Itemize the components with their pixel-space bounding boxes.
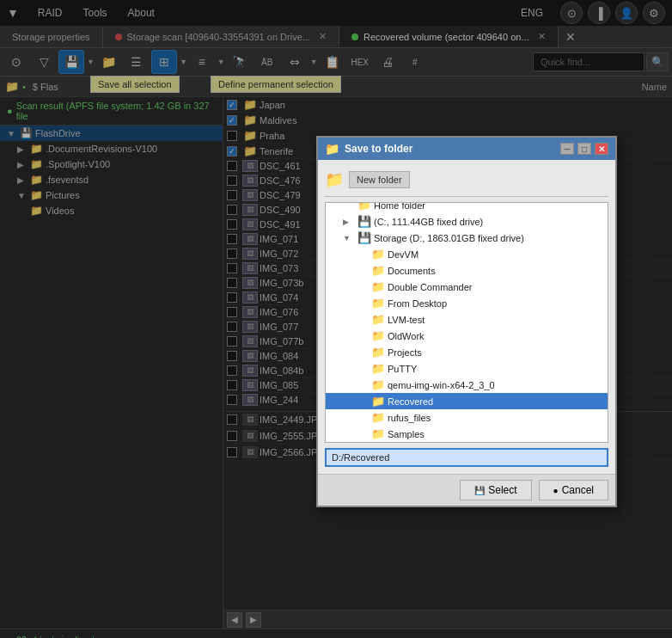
folder-icon: 📁 xyxy=(371,395,385,408)
folder-icon: 📁 xyxy=(371,297,385,310)
folder-icon: 💾 xyxy=(357,215,371,228)
folder-icon: 📁 xyxy=(371,280,385,293)
tree-arrow-icon: ▼ xyxy=(343,234,355,242)
tree-item-label: Documents xyxy=(388,266,436,276)
tree-item-label: From Desktop xyxy=(388,298,447,309)
modal-tree-item[interactable]: 📁 qemu-img-win-x64-2_3_0 xyxy=(326,377,608,393)
tree-item-label: (C:, 111.44GB fixed drive) xyxy=(374,217,483,227)
tree-item-label: Home folder xyxy=(374,202,425,211)
select-button[interactable]: 💾 Select xyxy=(460,480,531,500)
folder-icon: 📁 xyxy=(371,329,385,342)
cancel-button[interactable]: ● Cancel xyxy=(539,480,608,500)
folder-icon: 📁 xyxy=(371,313,385,326)
new-folder-icon: 📁 xyxy=(325,170,344,189)
modal-tree-item[interactable]: 📁 Double Commander xyxy=(326,279,608,295)
select-label: Select xyxy=(488,484,516,496)
modal-tree-item[interactable]: ▼ 💾 Storage (D:, 1863.01GB fixed drive) xyxy=(326,230,608,246)
modal-tree-item[interactable]: 📁 DevVM xyxy=(326,246,608,262)
tree-item-label: qemu-img-win-x64-2_3_0 xyxy=(388,380,495,390)
tree-item-label: PuTTY xyxy=(388,364,417,374)
modal-tree-item[interactable]: 📁 PuTTY xyxy=(326,360,608,377)
folder-icon: 📁 xyxy=(371,346,385,359)
folder-icon: 📁 xyxy=(371,264,385,277)
modal-tree-item[interactable]: 📁 LVM-test xyxy=(326,311,608,328)
folder-icon: 📁 xyxy=(371,248,385,261)
tree-arrow-icon: ▶ xyxy=(343,218,355,226)
modal-title-icon: 📁 xyxy=(325,142,339,156)
modal-close-btn[interactable]: ✕ xyxy=(595,143,608,155)
tree-item-label: OldWork xyxy=(388,331,425,341)
modal-tree-item[interactable]: 📁 Home folder xyxy=(326,202,608,213)
folder-icon: 📁 xyxy=(371,378,385,391)
modal-footer: 💾 Select ● Cancel xyxy=(318,474,615,506)
modal-folder-tree[interactable]: ▼ 🖥 Computer 📁 Home folder ▶ 💾 (C:, 111.… xyxy=(325,202,608,443)
modal-tree-item[interactable]: ▶ 💾 (C:, 111.44GB fixed drive) xyxy=(326,213,608,230)
modal-tree-item[interactable]: 📁 rufus_files xyxy=(326,409,608,426)
tree-item-label: Projects xyxy=(388,347,422,358)
tree-item-label: Double Commander xyxy=(388,282,472,292)
tree-item-label: Recovered xyxy=(388,396,433,407)
modal-maximize-btn[interactable]: □ xyxy=(577,143,591,155)
cancel-icon: ● xyxy=(553,486,559,495)
tree-item-label: Samples xyxy=(388,429,425,439)
tree-item-label: DevVM xyxy=(388,249,418,260)
tree-item-label: LVM-test xyxy=(388,315,425,325)
folder-icon: 📁 xyxy=(371,427,385,440)
modal-title: Save to folder xyxy=(345,143,560,155)
tree-item-label: rufus_files xyxy=(388,413,431,423)
modal-overlay: 📁 Save to folder ─ □ ✕ 📁 New folder ▼ 🖥 … xyxy=(0,0,672,638)
select-icon: 💾 xyxy=(474,486,485,495)
modal-tree-item[interactable]: 📁 Samples xyxy=(326,426,608,442)
path-input[interactable] xyxy=(325,448,608,467)
new-folder-row: 📁 New folder xyxy=(325,167,608,197)
modal-tree-item[interactable]: 📁 Recovered xyxy=(326,393,608,409)
modal-tree-item[interactable]: 📁 Documents xyxy=(326,262,608,279)
modal-tree-item[interactable]: 📁 OldWork xyxy=(326,328,608,344)
cancel-label: Cancel xyxy=(562,484,594,496)
folder-icon: 📁 xyxy=(371,362,385,375)
modal-tree-item[interactable]: 📁 Projects xyxy=(326,344,608,360)
modal-minimize-btn[interactable]: ─ xyxy=(560,143,574,155)
modal-window-buttons: ─ □ ✕ xyxy=(560,143,608,155)
folder-icon: 📁 xyxy=(357,202,371,212)
tree-item-label: Storage (D:, 1863.01GB fixed drive) xyxy=(374,233,524,243)
path-input-row xyxy=(325,448,608,467)
modal-tree-item[interactable]: 📁 From Desktop xyxy=(326,295,608,311)
modal-body: 📁 New folder ▼ 🖥 Computer 📁 Home folder … xyxy=(318,160,615,474)
save-to-folder-modal: 📁 Save to folder ─ □ ✕ 📁 New folder ▼ 🖥 … xyxy=(316,136,617,507)
folder-icon: 📁 xyxy=(371,411,385,424)
folder-icon: 💾 xyxy=(357,231,371,244)
new-folder-button[interactable]: New folder xyxy=(349,171,410,188)
modal-titlebar: 📁 Save to folder ─ □ ✕ xyxy=(318,138,615,160)
